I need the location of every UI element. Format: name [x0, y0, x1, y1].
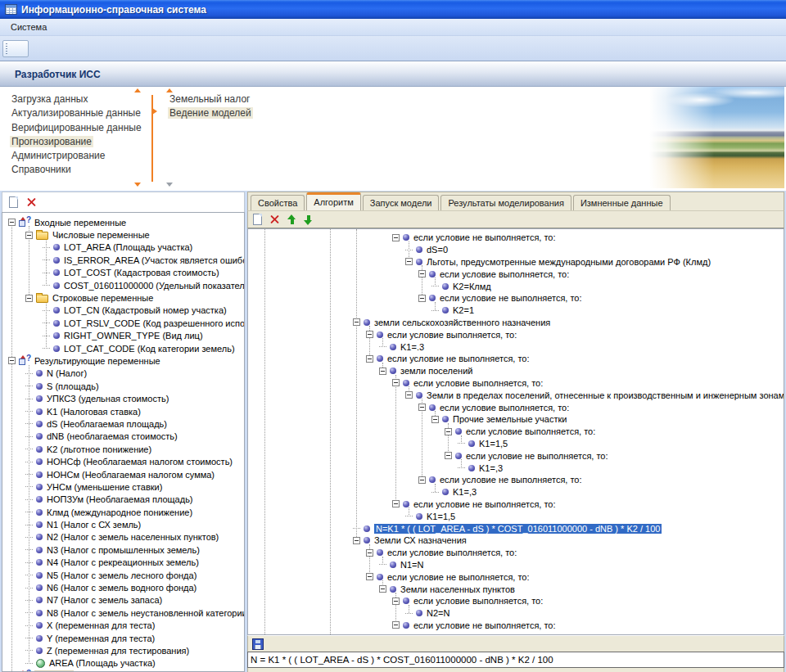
algorithm-node-item[interactable]: N1=N: [248, 559, 784, 571]
expand-toggle-icon[interactable]: [418, 404, 426, 411]
delete-icon[interactable]: [269, 214, 280, 225]
variable-item[interactable]: НОНСм (Необлагаемая налогом сумма): [2, 468, 244, 480]
algorithm-node-item[interactable]: если условие выполняется, то:: [248, 377, 784, 390]
variable-item[interactable]: Входные переменные: [2, 216, 244, 228]
variable-item[interactable]: S (площадь): [2, 380, 244, 392]
nav-item[interactable]: Прогнозирование: [10, 135, 143, 149]
expand-toggle-icon[interactable]: [353, 318, 360, 326]
algorithm-node-item[interactable]: K2=Клмд: [248, 280, 784, 292]
algorithm-node-item[interactable]: Прочие земельные участки: [248, 413, 784, 426]
variable-item[interactable]: IS_ERROR_AREA (Участок является ошибочны…: [2, 254, 244, 266]
variable-item[interactable]: Клмд (международное понижение): [2, 506, 244, 518]
nav-item[interactable]: Верифицированные данные: [10, 121, 143, 135]
expand-toggle-icon[interactable]: [431, 416, 439, 423]
expand-toggle-icon[interactable]: [366, 549, 373, 557]
nav-item[interactable]: Загрузка данных: [10, 92, 143, 106]
toolbar-button[interactable]: [2, 40, 29, 57]
variable-item[interactable]: dNB (необлагаемая стоимость): [2, 431, 244, 443]
algorithm-node-item[interactable]: если условие не выполняется, то:: [248, 292, 784, 304]
algorithm-node-item[interactable]: Земли в пределах поселений, отнесенные к…: [248, 389, 784, 401]
variable-item[interactable]: УНСм (уменьшение ставки): [2, 480, 244, 493]
nav-item[interactable]: Ведение моделей: [168, 106, 253, 120]
move-up-icon[interactable]: [287, 214, 296, 225]
variable-item[interactable]: N5 (Налог с земель лесного фонда): [2, 569, 244, 581]
algorithm-node-item[interactable]: K1=1,5: [248, 510, 784, 522]
variable-item[interactable]: Строковые переменные: [2, 291, 244, 304]
algorithm-node-item[interactable]: земли поселений: [248, 365, 784, 377]
expand-toggle-icon[interactable]: [8, 219, 16, 226]
algorithm-node-item[interactable]: если условие выполняется, то:: [248, 547, 784, 559]
variable-item[interactable]: N (Налог): [2, 368, 244, 380]
tab-inactive[interactable]: Измненные данные: [573, 195, 671, 210]
expand-toggle-icon[interactable]: [418, 295, 426, 302]
nav-item[interactable]: Актуализированные данные: [10, 106, 143, 120]
scroll-up-icon[interactable]: [134, 88, 141, 92]
expand-toggle-icon[interactable]: [379, 585, 386, 593]
algorithm-node-item[interactable]: K1=,3: [248, 462, 784, 474]
variable-item[interactable]: K2 (льготное понижение): [2, 443, 244, 455]
delete-icon[interactable]: [26, 197, 37, 208]
expand-toggle-icon[interactable]: [392, 598, 400, 605]
variable-item[interactable]: X (переменная для теста): [2, 620, 244, 632]
expand-toggle-icon[interactable]: [392, 379, 400, 386]
new-document-icon[interactable]: [9, 196, 18, 208]
algorithm-node-item[interactable]: N2=N: [248, 607, 784, 620]
tab-active[interactable]: Алгоритм: [306, 192, 361, 210]
expand-toggle-icon[interactable]: [366, 573, 373, 580]
expand-toggle-icon[interactable]: [418, 476, 426, 484]
expand-toggle-icon[interactable]: [366, 331, 373, 338]
expand-toggle-icon[interactable]: [25, 232, 33, 239]
algorithm-node-item[interactable]: если условие не выполняется, то:: [248, 498, 784, 511]
variable-item[interactable]: Y (переменная для теста): [2, 632, 244, 644]
variable-item[interactable]: LOT_RSLV_CODE (Код разрешенного использо…: [2, 317, 244, 329]
algorithm-node-item[interactable]: dS=0: [248, 244, 784, 256]
move-down-icon[interactable]: [304, 214, 313, 225]
variable-item[interactable]: НОНСф (Необлагаемая налогом стоимость): [2, 455, 244, 467]
algorithm-node-item[interactable]: Земли населенных пунктов: [248, 583, 784, 595]
expand-toggle-icon[interactable]: [445, 452, 452, 459]
algorithm-node-item[interactable]: если условие выполняется, то:: [248, 328, 784, 341]
algorithm-node-item[interactable]: K1=,3: [248, 486, 784, 498]
algorithm-node-item[interactable]: если условие выполняется, то:: [248, 268, 784, 280]
variable-item[interactable]: N4 (Налог с рекреационных земель): [2, 557, 244, 569]
variable-item[interactable]: N7 (Налог с земель запаса): [2, 594, 244, 607]
algorithm-node-item[interactable]: если условие не выполняется, то:: [248, 232, 784, 244]
expand-toggle-icon[interactable]: [392, 621, 400, 629]
menu-item[interactable]: Система: [7, 20, 51, 34]
variable-item[interactable]: Результирующие переменные: [2, 354, 244, 367]
variable-item[interactable]: RIGHT_OWNER_TYPE (Вид лиц): [2, 330, 244, 342]
variable-item[interactable]: AREA (Площадь участка): [2, 657, 244, 670]
scroll-down-icon[interactable]: [134, 183, 141, 187]
algorithm-node-item[interactable]: K2=1: [248, 304, 784, 317]
expand-toggle-icon[interactable]: [379, 368, 386, 375]
nav-item[interactable]: Администрирование: [10, 149, 143, 163]
expand-toggle-icon[interactable]: [366, 355, 373, 363]
tab-inactive[interactable]: Свойства: [251, 195, 305, 210]
algorithm-node-item[interactable]: N=K1 * ( ( LOT_AREA - dS ) * COST_016011…: [248, 522, 784, 534]
tab-inactive[interactable]: Результаты моделирования: [440, 195, 571, 210]
algorithm-node-item[interactable]: K1=1,5: [248, 438, 784, 450]
expand-toggle-icon[interactable]: [418, 270, 426, 277]
algorithm-node-item[interactable]: если условие не выполняется, то:: [248, 449, 784, 462]
variable-item[interactable]: N1 (Налог с СХ земль): [2, 518, 244, 530]
algorithm-node-item[interactable]: K1=.3: [248, 341, 784, 353]
variable-item[interactable]: УПКСЗ (удельная стоимость): [2, 392, 244, 404]
algorithm-node-item[interactable]: если условие выполняется, то:: [248, 401, 784, 413]
variable-item[interactable]: N6 (Налог с земель водного фонда): [2, 581, 244, 593]
variable-item[interactable]: LOT_COST (Кадастровая стоимость): [2, 267, 244, 279]
expand-toggle-icon[interactable]: [392, 234, 400, 241]
algorithm-node-item[interactable]: Льготы, предусмотренные международными д…: [248, 256, 784, 268]
formula-input[interactable]: [247, 652, 784, 668]
nav-item[interactable]: Справочники: [10, 163, 143, 177]
variable-item[interactable]: COST_016011000000 (Удельный показатель с…: [2, 279, 244, 291]
expand-toggle-icon[interactable]: [405, 258, 413, 265]
variable-item[interactable]: N8 (Налог с земель неустановленной катег…: [2, 607, 244, 619]
expand-toggle-icon[interactable]: [8, 357, 16, 364]
algorithm-node-item[interactable]: если условие не выполняется, то:: [248, 620, 784, 632]
algorithm-node-item[interactable]: земли сельскохозяйственного назначения: [248, 317, 784, 329]
expand-toggle-icon[interactable]: [25, 295, 33, 302]
variable-item[interactable]: Z (переменная для тестирования): [2, 644, 244, 656]
variable-item[interactable]: LOT_CAT_CODE (Код категории земель): [2, 342, 244, 354]
variable-item[interactable]: НОПЗУм (Необлагаемая площадь): [2, 494, 244, 506]
variable-item[interactable]: N3 (Налог с промышленных земель): [2, 543, 244, 556]
